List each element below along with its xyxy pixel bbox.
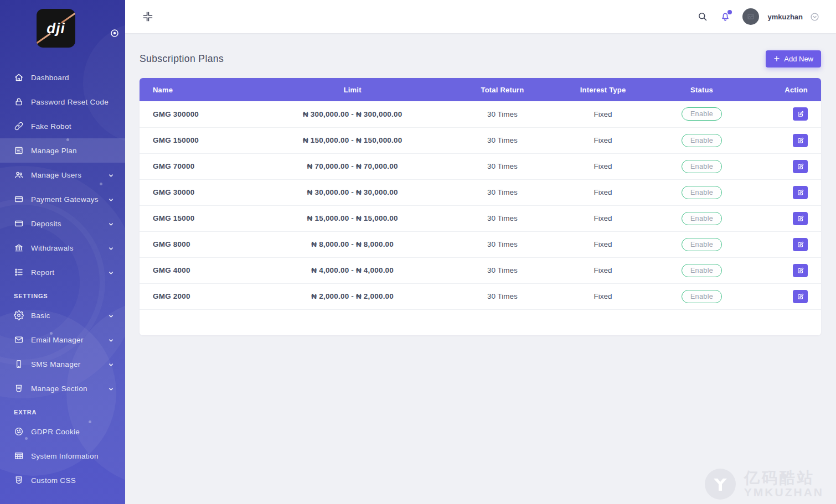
edit-button[interactable] <box>793 107 808 121</box>
edit-icon <box>797 189 804 196</box>
cell-status: Enable <box>651 283 753 309</box>
cell-limit: ₦ 150,000.00 - ₦ 150,000.00 <box>255 127 450 153</box>
watermark-cn-label: 亿码酷站 <box>744 470 824 486</box>
chevron-down-icon <box>108 337 114 343</box>
cell-plan-name: GMG 70000 <box>140 153 255 179</box>
cell-total-return: 30 Times <box>450 283 555 309</box>
status-badge[interactable]: Enable <box>682 160 722 173</box>
sidebar-item-basic[interactable]: Basic <box>0 303 125 328</box>
watermark-text: 亿码酷站 YMKUZHAN <box>744 470 824 498</box>
edit-button[interactable] <box>793 134 808 147</box>
status-badge[interactable]: Enable <box>682 264 722 277</box>
bank-icon <box>14 243 24 253</box>
notifications-bell-icon[interactable] <box>720 11 731 22</box>
link-icon <box>14 121 24 131</box>
cell-interest-type: Fixed <box>555 127 651 153</box>
sidebar-item-dashboard[interactable]: Dashboard <box>0 65 125 90</box>
status-badge[interactable]: Enable <box>682 212 722 225</box>
edit-icon <box>797 241 804 248</box>
title-row: Subscription Plans Add New <box>140 48 821 70</box>
topbar: ymkuzhan <box>125 0 836 33</box>
sidebar-item-deposits[interactable]: Deposits <box>0 211 125 236</box>
search-icon[interactable] <box>697 11 708 22</box>
sidebar-item-label: Fake Robot <box>31 122 71 131</box>
sidebar-item-manage-plan[interactable]: Manage Plan <box>0 138 125 163</box>
sidebar-item-withdrawals[interactable]: Withdrawals <box>0 236 125 260</box>
cell-plan-name: GMG 15000 <box>140 205 255 231</box>
chevron-down-icon <box>108 172 114 178</box>
username-label[interactable]: ymkuzhan <box>767 13 803 21</box>
edit-icon <box>797 267 804 274</box>
sidebar-item-manage-users[interactable]: Manage Users <box>0 163 125 187</box>
sidebar-item-system-information[interactable]: System Information <box>0 444 125 468</box>
cell-limit: ₦ 2,000.00 - ₦ 2,000.00 <box>255 283 450 309</box>
cell-action <box>753 257 821 283</box>
edit-button[interactable] <box>793 238 808 251</box>
edit-icon <box>797 215 804 222</box>
cell-total-return: 30 Times <box>450 153 555 179</box>
edit-button[interactable] <box>793 264 808 277</box>
cell-plan-name: GMG 2000 <box>140 283 255 309</box>
sidebar-item-email-manager[interactable]: Email Manager <box>0 328 125 352</box>
column-header-status: Status <box>651 78 753 101</box>
chevron-down-icon <box>108 361 114 367</box>
add-new-button[interactable]: Add New <box>766 50 821 67</box>
edit-icon <box>797 137 804 144</box>
chevron-down-icon <box>108 386 114 392</box>
collapse-sidebar-button[interactable] <box>142 11 154 23</box>
cell-total-return: 30 Times <box>450 257 555 283</box>
cell-action <box>753 101 821 127</box>
sidebar-item-custom-css[interactable]: Custom CSS <box>0 468 125 492</box>
users-icon <box>14 170 24 180</box>
sidebar-item-label: Manage Section <box>31 385 87 393</box>
credit-card-icon <box>14 219 24 228</box>
cell-interest-type: Fixed <box>555 153 651 179</box>
sidebar-item-label: Custom CSS <box>31 476 76 485</box>
edit-button[interactable] <box>793 186 808 199</box>
brand-logo-text: dji <box>47 20 65 37</box>
table-body: GMG 300000₦ 300,000.00 - ₦ 300,000.0030 … <box>140 101 821 309</box>
sidebar-item-manage-section[interactable]: Manage Section <box>0 376 125 401</box>
status-badge[interactable]: Enable <box>682 186 722 199</box>
cell-limit: ₦ 4,000.00 - ₦ 4,000.00 <box>255 257 450 283</box>
edit-button[interactable] <box>793 290 808 303</box>
sidebar-item-label: Password Reset Code <box>31 98 109 106</box>
table-icon <box>14 451 24 461</box>
user-menu-chevron-icon[interactable] <box>810 12 819 22</box>
sidebar-item-sms-manager[interactable]: SMS Manager <box>0 352 125 376</box>
css-shield-icon <box>14 475 24 485</box>
sidebar-pin-toggle-icon[interactable] <box>110 28 120 38</box>
plus-icon <box>773 55 780 62</box>
cell-status: Enable <box>651 205 753 231</box>
sidebar-item-report[interactable]: Report <box>0 260 125 284</box>
status-badge[interactable]: Enable <box>682 290 722 303</box>
cell-limit: ₦ 70,000.00 - ₦ 70,000.00 <box>255 153 450 179</box>
cell-interest-type: Fixed <box>555 283 651 309</box>
lock-icon <box>14 97 24 107</box>
edit-button[interactable] <box>793 160 808 173</box>
watermark-logo-icon <box>705 469 736 500</box>
cell-status: Enable <box>651 127 753 153</box>
sidebar-item-label: Payment Gateways <box>31 195 99 204</box>
page-title: Subscription Plans <box>140 53 224 65</box>
cell-plan-name: GMG 30000 <box>140 179 255 205</box>
sidebar-item-label: Deposits <box>31 220 61 228</box>
cell-interest-type: Fixed <box>555 179 651 205</box>
sidebar-item-fake-robot[interactable]: Fake Robot <box>0 114 125 138</box>
brand-logo[interactable]: dji <box>37 9 75 48</box>
status-badge[interactable]: Enable <box>682 134 722 147</box>
status-badge[interactable]: Enable <box>682 107 722 121</box>
sidebar-item-payment-gateways[interactable]: Payment Gateways <box>0 187 125 211</box>
user-avatar[interactable] <box>742 8 759 25</box>
sidebar-section-label-settings: SETTINGS <box>0 284 125 303</box>
column-header-limit: Limit <box>255 78 450 101</box>
plan-icon <box>14 146 24 155</box>
edit-button[interactable] <box>793 212 808 225</box>
sidebar-item-gdpr-cookie[interactable]: GDPR Cookie <box>0 419 125 444</box>
edit-icon <box>797 111 804 117</box>
sidebar-item-password-reset-code[interactable]: Password Reset Code <box>0 90 125 114</box>
cell-interest-type: Fixed <box>555 231 651 257</box>
cell-limit: ₦ 30,000.00 - ₦ 30,000.00 <box>255 179 450 205</box>
sidebar-item-label: Manage Users <box>31 171 81 179</box>
status-badge[interactable]: Enable <box>682 238 722 251</box>
